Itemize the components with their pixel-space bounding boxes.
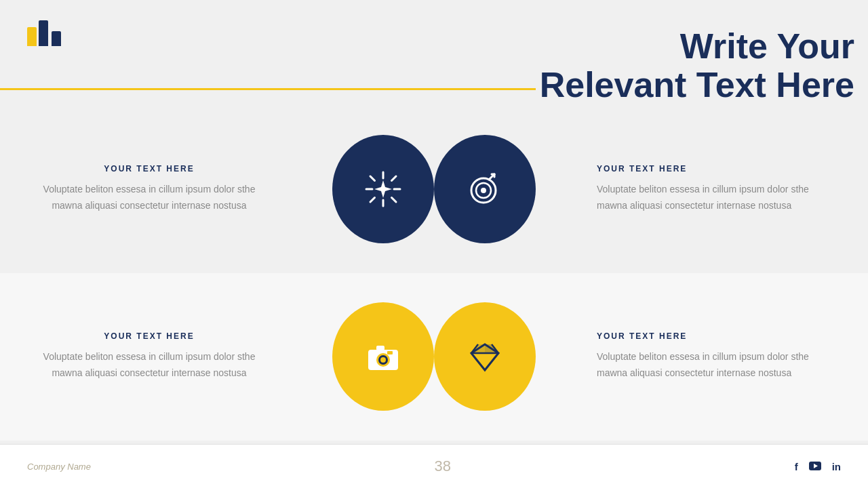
logo: [27, 20, 61, 46]
logo-bar-navy-short: [52, 31, 61, 46]
youtube-svg: [809, 462, 821, 470]
svg-marker-8: [374, 180, 392, 198]
title-area: Write Your Relevant Text Here: [540, 27, 854, 104]
top-left-panel: YOUR TEXT HERE Voluptate beliton essesa …: [0, 150, 298, 228]
linkedin-icon[interactable]: in: [832, 461, 841, 472]
bottom-right-panel: YOUR TEXT HERE Voluptate beliton essesa …: [570, 318, 868, 395]
top-right-panel: YOUR TEXT HERE Voluptate beliton essesa …: [570, 150, 868, 228]
svg-marker-27: [485, 344, 498, 353]
bottom-left-body: Voluptate beliton essesa in cillum ipsum…: [27, 349, 271, 382]
top-icons: [298, 135, 570, 243]
svg-point-11: [481, 188, 486, 193]
svg-line-4: [370, 176, 375, 181]
header-divider-line: [0, 88, 536, 90]
svg-rect-19: [376, 346, 384, 350]
svg-marker-26: [471, 344, 485, 353]
diamond-icon-circle: [434, 302, 536, 411]
logo-bar-navy-tall: [39, 20, 48, 46]
bottom-right-title: YOUR TEXT HERE: [597, 331, 841, 341]
diamond-icon: [465, 336, 505, 377]
logo-bar-yellow: [27, 27, 37, 46]
top-right-body: Voluptate beliton essesa in cillum ipsum…: [597, 182, 841, 214]
footer-social: f in: [795, 461, 841, 472]
camera-icon: [363, 336, 403, 377]
top-left-body: Voluptate beliton essesa in cillum ipsum…: [27, 182, 271, 214]
bottom-icons: [298, 302, 570, 411]
youtube-icon[interactable]: [809, 461, 821, 472]
bottom-right-body: Voluptate beliton essesa in cillum ipsum…: [597, 349, 841, 382]
svg-point-18: [380, 357, 386, 363]
top-row: YOUR TEXT HERE Voluptate beliton essesa …: [0, 105, 868, 273]
camera-icon-circle: [332, 302, 434, 411]
main-content: YOUR TEXT HERE Voluptate beliton essesa …: [0, 105, 868, 441]
svg-rect-20: [387, 351, 393, 354]
facebook-icon[interactable]: f: [795, 461, 798, 472]
top-right-title: YOUR TEXT HERE: [597, 164, 841, 174]
title-line1: Write Your: [540, 27, 854, 66]
svg-line-5: [392, 197, 397, 202]
bottom-row: YOUR TEXT HERE Voluptate beliton essesa …: [0, 273, 868, 441]
target-icon: [465, 169, 505, 209]
svg-line-7: [370, 197, 375, 202]
bottom-left-title: YOUR TEXT HERE: [27, 331, 271, 341]
bottom-left-panel: YOUR TEXT HERE Voluptate beliton essesa …: [0, 318, 298, 395]
star-icon: [363, 169, 403, 209]
footer-company-name: Company Name: [27, 462, 91, 472]
footer-page-number: 38: [435, 458, 451, 475]
star-icon-circle: [332, 135, 434, 243]
target-icon-circle: [434, 135, 536, 243]
title-line2: Relevant Text Here: [540, 66, 854, 104]
svg-line-6: [392, 176, 397, 181]
footer: Company Name 38 f in: [0, 444, 868, 488]
top-left-title: YOUR TEXT HERE: [27, 164, 271, 174]
